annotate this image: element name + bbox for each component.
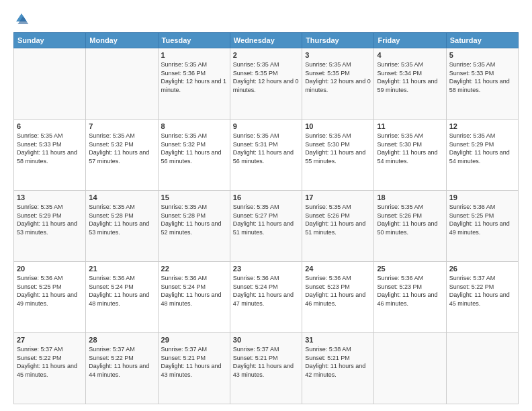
sunset-text: Sunset: 5:24 PM <box>233 283 278 290</box>
day-number: 14 <box>89 193 154 201</box>
sunrise-text: Sunrise: 5:35 AM <box>17 132 63 139</box>
sunrise-text: Sunrise: 5:38 AM <box>305 346 351 353</box>
sunset-text: Sunset: 5:33 PM <box>17 141 62 148</box>
daylight-text: Daylight: 11 hours and 49 minutes. <box>449 220 510 236</box>
calendar-cell: 22 Sunrise: 5:36 AM Sunset: 5:24 PM Dayl… <box>158 262 230 333</box>
sunset-text: Sunset: 5:29 PM <box>17 212 62 219</box>
week-row-4: 20 Sunrise: 5:36 AM Sunset: 5:25 PM Dayl… <box>14 262 519 333</box>
daylight-text: Daylight: 11 hours and 42 minutes. <box>305 363 365 378</box>
daylight-text: Daylight: 11 hours and 52 minutes. <box>161 220 222 236</box>
day-number: 15 <box>161 193 227 201</box>
day-info: Sunrise: 5:35 AM Sunset: 5:29 PM Dayligh… <box>17 203 83 236</box>
sunset-text: Sunset: 5:28 PM <box>161 212 206 219</box>
sunset-text: Sunset: 5:22 PM <box>89 355 134 361</box>
daylight-text: Daylight: 12 hours and 0 minutes. <box>233 78 299 93</box>
sunset-text: Sunset: 5:32 PM <box>89 141 134 148</box>
calendar-cell: 13 Sunrise: 5:35 AM Sunset: 5:29 PM Dayl… <box>14 191 86 262</box>
day-info: Sunrise: 5:35 AM Sunset: 5:32 PM Dayligh… <box>89 132 154 165</box>
daylight-text: Daylight: 11 hours and 54 minutes. <box>449 149 510 165</box>
calendar-cell: 12 Sunrise: 5:35 AM Sunset: 5:29 PM Dayl… <box>446 120 518 191</box>
day-number: 2 <box>233 51 299 59</box>
week-row-1: 1 Sunrise: 5:35 AM Sunset: 5:36 PM Dayli… <box>14 48 519 120</box>
day-number: 6 <box>17 122 83 130</box>
weekday-header-saturday: Saturday <box>446 33 518 48</box>
calendar-cell: 4 Sunrise: 5:35 AM Sunset: 5:34 PM Dayli… <box>374 48 446 120</box>
day-number: 27 <box>17 336 83 344</box>
sunset-text: Sunset: 5:26 PM <box>305 212 350 219</box>
sunrise-text: Sunrise: 5:36 AM <box>17 275 63 281</box>
sunset-text: Sunset: 5:36 PM <box>161 70 206 77</box>
calendar-cell: 5 Sunrise: 5:35 AM Sunset: 5:33 PM Dayli… <box>446 48 518 120</box>
sunrise-text: Sunrise: 5:35 AM <box>89 203 135 210</box>
sunset-text: Sunset: 5:27 PM <box>233 212 278 219</box>
daylight-text: Daylight: 11 hours and 58 minutes. <box>449 78 510 93</box>
sunrise-text: Sunrise: 5:35 AM <box>305 61 351 68</box>
daylight-text: Daylight: 11 hours and 43 minutes. <box>233 363 294 378</box>
sunrise-text: Sunrise: 5:35 AM <box>449 61 496 68</box>
calendar-cell: 9 Sunrise: 5:35 AM Sunset: 5:31 PM Dayli… <box>230 120 302 191</box>
sunrise-text: Sunrise: 5:36 AM <box>377 275 423 281</box>
sunrise-text: Sunrise: 5:35 AM <box>89 132 135 139</box>
calendar-cell: 6 Sunrise: 5:35 AM Sunset: 5:33 PM Dayli… <box>14 120 86 191</box>
day-number: 11 <box>377 122 443 130</box>
sunrise-text: Sunrise: 5:35 AM <box>161 203 208 210</box>
weekday-header-sunday: Sunday <box>14 33 86 48</box>
day-info: Sunrise: 5:35 AM Sunset: 5:32 PM Dayligh… <box>161 132 227 165</box>
sunrise-text: Sunrise: 5:36 AM <box>233 275 279 281</box>
day-info: Sunrise: 5:35 AM Sunset: 5:36 PM Dayligh… <box>161 60 227 94</box>
day-info: Sunrise: 5:35 AM Sunset: 5:28 PM Dayligh… <box>89 203 154 236</box>
day-info: Sunrise: 5:35 AM Sunset: 5:35 PM Dayligh… <box>233 60 299 94</box>
day-number: 25 <box>377 265 443 273</box>
sunrise-text: Sunrise: 5:37 AM <box>17 346 63 353</box>
day-info: Sunrise: 5:37 AM Sunset: 5:21 PM Dayligh… <box>233 345 299 379</box>
calendar-cell: 31 Sunrise: 5:38 AM Sunset: 5:21 PM Dayl… <box>302 333 374 404</box>
sunset-text: Sunset: 5:35 PM <box>305 70 350 77</box>
day-info: Sunrise: 5:36 AM Sunset: 5:24 PM Dayligh… <box>89 274 154 308</box>
day-number: 23 <box>233 265 299 273</box>
sunset-text: Sunset: 5:34 PM <box>377 70 422 77</box>
day-info: Sunrise: 5:35 AM Sunset: 5:26 PM Dayligh… <box>305 203 371 236</box>
day-number: 26 <box>449 265 515 273</box>
sunset-text: Sunset: 5:22 PM <box>449 283 494 290</box>
daylight-text: Daylight: 11 hours and 46 minutes. <box>377 291 437 307</box>
calendar-cell: 14 Sunrise: 5:35 AM Sunset: 5:28 PM Dayl… <box>86 191 158 262</box>
sunrise-text: Sunrise: 5:35 AM <box>17 203 63 210</box>
day-number: 4 <box>377 51 443 59</box>
day-info: Sunrise: 5:37 AM Sunset: 5:21 PM Dayligh… <box>161 345 227 379</box>
calendar-cell: 8 Sunrise: 5:35 AM Sunset: 5:32 PM Dayli… <box>158 120 230 191</box>
sunset-text: Sunset: 5:21 PM <box>161 355 206 361</box>
daylight-text: Daylight: 11 hours and 44 minutes. <box>89 363 149 378</box>
day-number: 28 <box>89 336 154 344</box>
day-number: 22 <box>161 265 227 273</box>
sunset-text: Sunset: 5:24 PM <box>89 283 134 290</box>
calendar-cell: 24 Sunrise: 5:36 AM Sunset: 5:23 PM Dayl… <box>302 262 374 333</box>
day-info: Sunrise: 5:35 AM Sunset: 5:27 PM Dayligh… <box>233 203 299 236</box>
day-info: Sunrise: 5:35 AM Sunset: 5:34 PM Dayligh… <box>377 60 443 94</box>
day-info: Sunrise: 5:36 AM Sunset: 5:23 PM Dayligh… <box>305 274 371 308</box>
header <box>13 11 519 27</box>
sunrise-text: Sunrise: 5:37 AM <box>161 346 208 353</box>
sunset-text: Sunset: 5:35 PM <box>233 70 278 77</box>
weekday-header-tuesday: Tuesday <box>158 33 230 48</box>
weekday-header-wednesday: Wednesday <box>230 33 302 48</box>
calendar-cell <box>86 48 158 120</box>
daylight-text: Daylight: 11 hours and 56 minutes. <box>161 149 222 165</box>
daylight-text: Daylight: 11 hours and 47 minutes. <box>233 291 294 307</box>
sunrise-text: Sunrise: 5:35 AM <box>305 203 351 210</box>
calendar-cell: 20 Sunrise: 5:36 AM Sunset: 5:25 PM Dayl… <box>14 262 86 333</box>
sunset-text: Sunset: 5:23 PM <box>377 283 422 290</box>
daylight-text: Daylight: 11 hours and 49 minutes. <box>17 291 77 307</box>
day-number: 8 <box>161 122 227 130</box>
day-number: 12 <box>449 122 515 130</box>
week-row-3: 13 Sunrise: 5:35 AM Sunset: 5:29 PM Dayl… <box>14 191 519 262</box>
day-info: Sunrise: 5:36 AM Sunset: 5:24 PM Dayligh… <box>233 274 299 308</box>
daylight-text: Daylight: 11 hours and 45 minutes. <box>449 291 510 307</box>
calendar-table: SundayMondayTuesdayWednesdayThursdayFrid… <box>13 32 519 404</box>
daylight-text: Daylight: 11 hours and 54 minutes. <box>377 149 437 165</box>
daylight-text: Daylight: 11 hours and 46 minutes. <box>305 291 365 307</box>
daylight-text: Daylight: 11 hours and 53 minutes. <box>17 220 77 236</box>
week-row-5: 27 Sunrise: 5:37 AM Sunset: 5:22 PM Dayl… <box>14 333 519 404</box>
day-info: Sunrise: 5:37 AM Sunset: 5:22 PM Dayligh… <box>17 345 83 379</box>
day-info: Sunrise: 5:38 AM Sunset: 5:21 PM Dayligh… <box>305 345 371 379</box>
daylight-text: Daylight: 11 hours and 59 minutes. <box>377 78 437 93</box>
